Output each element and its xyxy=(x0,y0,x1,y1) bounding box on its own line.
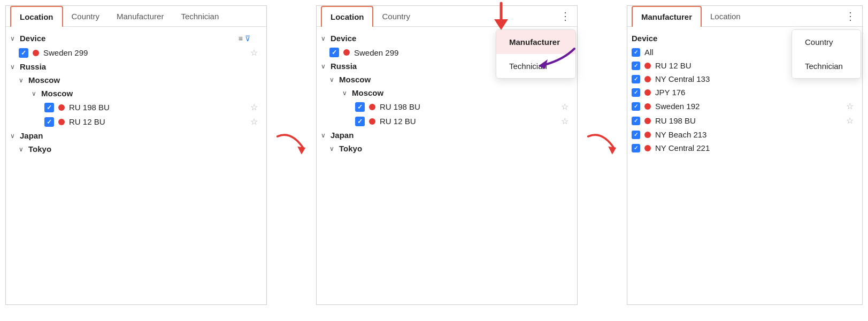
list-item: ∨ Japan xyxy=(6,129,266,142)
checkbox-nybeach213[interactable] xyxy=(632,131,640,139)
star-icon[interactable]: ☆ xyxy=(846,101,858,111)
tree-1: ∨ Device ≡ ⊽ ☆ Sweden 299 ☆ ∨ Russia ∨ xyxy=(6,27,266,304)
dot-red xyxy=(644,76,651,82)
checkbox-jpy176[interactable] xyxy=(632,88,640,97)
more-button-2[interactable]: ⋮ xyxy=(558,9,573,24)
checkbox-ru198[interactable] xyxy=(44,103,54,112)
chevron-icon: ∨ xyxy=(321,132,331,139)
panel-1: Location Country Manufacturer Technician… xyxy=(5,5,267,305)
device-label: Device xyxy=(20,34,236,43)
list-item[interactable]: RU 198 BU ☆ xyxy=(317,100,577,114)
item-label: RU 12 BU xyxy=(380,117,561,126)
list-icon[interactable]: ≡ xyxy=(239,34,243,43)
list-item[interactable]: Sweden 192 ☆ xyxy=(627,99,862,113)
list-item[interactable]: NY Beach 213 xyxy=(627,128,862,141)
group-label: Moscow xyxy=(28,75,262,85)
group-label: Moscow xyxy=(41,89,262,98)
list-item: ∨ Russia xyxy=(6,60,266,73)
dot-red xyxy=(369,118,375,125)
dropdown-item-technician-3[interactable]: Technician xyxy=(792,54,861,78)
chevron-icon: ∨ xyxy=(10,63,20,71)
item-label: NY Beach 213 xyxy=(655,130,858,139)
checkbox-all[interactable] xyxy=(632,48,640,57)
chevron-icon: ∨ xyxy=(342,89,352,97)
group-label: Russia xyxy=(20,62,262,71)
list-item[interactable]: NY Central 221 xyxy=(627,141,862,155)
dot-red xyxy=(644,103,651,110)
svg-marker-0 xyxy=(297,147,305,155)
chevron-icon: ∨ xyxy=(10,132,20,140)
dot-red xyxy=(58,119,65,125)
tab-bar-3: Manufacturer Location ⋮ xyxy=(627,6,862,27)
group-label: Tokyo xyxy=(28,144,262,154)
checkbox-nycentral133[interactable] xyxy=(632,75,640,83)
item-label: JPY 176 xyxy=(655,88,858,97)
dot-red xyxy=(343,49,350,56)
panel-2: Location Country ⋮ Manufacturer Technici… xyxy=(316,5,578,305)
list-item: ∨ Moscow xyxy=(317,86,577,100)
star-icon[interactable]: ☆ xyxy=(561,102,573,112)
chevron-icon: ∨ xyxy=(329,76,339,83)
list-item: ∨ Tokyo xyxy=(317,142,577,155)
list-item[interactable]: RU 198 BU ☆ xyxy=(6,100,266,114)
filter-icon[interactable]: ⊽ xyxy=(245,34,250,43)
dot-red xyxy=(644,89,651,96)
checkbox-sweden299-1[interactable] xyxy=(19,48,28,58)
tab-bar-2: Location Country ⋮ xyxy=(317,6,577,27)
svg-marker-3 xyxy=(608,147,616,155)
item-label: RU 198 BU xyxy=(655,116,846,125)
dot-red xyxy=(644,63,651,69)
tab-location-2[interactable]: Location xyxy=(321,6,374,27)
list-item[interactable]: RU 12 BU ☆ xyxy=(317,114,577,128)
chevron-icon: ∨ xyxy=(329,145,339,152)
star-icon[interactable]: ☆ xyxy=(250,117,262,127)
list-item[interactable]: Sweden 299 ☆ xyxy=(6,45,266,60)
star-icon[interactable]: ☆ xyxy=(250,102,262,112)
chevron-icon: ∨ xyxy=(19,77,28,84)
checkbox-nycentral221[interactable] xyxy=(632,144,640,152)
star-icon[interactable]: ☆ xyxy=(250,48,262,58)
group-label: Japan xyxy=(20,131,262,140)
more-button-3[interactable]: ⋮ xyxy=(843,9,858,24)
checkbox-ru12-2[interactable] xyxy=(355,117,365,126)
dropdown-item-technician[interactable]: Technician xyxy=(496,54,575,78)
checkbox-sweden299-2[interactable] xyxy=(329,48,339,57)
group-label: Japan xyxy=(331,131,573,140)
checkbox-ru12-3[interactable] xyxy=(632,62,640,70)
item-label: Sweden 192 xyxy=(655,102,846,111)
tab-technician-1[interactable]: Technician xyxy=(172,6,227,26)
checkbox-ru198-3[interactable] xyxy=(632,117,640,125)
chevron-icon: ∨ xyxy=(19,146,28,153)
list-item: ∨ Moscow xyxy=(6,87,266,100)
list-item: ∨ Tokyo xyxy=(6,142,266,156)
device-header-1: ∨ Device ≡ ⊽ ☆ xyxy=(6,31,266,45)
tab-manufacturer-3[interactable]: Manufacturer xyxy=(632,6,702,27)
tab-location-1[interactable]: Location xyxy=(10,6,63,27)
dropdown-item-country[interactable]: Country xyxy=(792,30,861,54)
chevron-icon: ∨ xyxy=(10,35,20,42)
list-item[interactable]: RU 198 BU ☆ xyxy=(627,113,862,128)
tab-country-1[interactable]: Country xyxy=(63,6,109,26)
checkbox-ru12[interactable] xyxy=(44,117,54,127)
item-label: RU 12 BU xyxy=(69,117,250,126)
star-icon[interactable]: ☆ xyxy=(846,116,858,126)
dot-red xyxy=(644,145,651,151)
tab-manufacturer-1[interactable]: Manufacturer xyxy=(108,6,172,26)
tab-country-2[interactable]: Country xyxy=(373,6,419,26)
item-label: RU 198 BU xyxy=(69,103,250,112)
tab-location-3[interactable]: Location xyxy=(702,6,749,26)
checkbox-sweden192[interactable] xyxy=(632,102,640,111)
chevron-icon: ∨ xyxy=(32,90,41,97)
list-item[interactable]: JPY 176 xyxy=(627,86,862,99)
list-item[interactable]: RU 12 BU ☆ xyxy=(6,114,266,129)
list-item: ∨ Japan xyxy=(317,128,577,142)
panel-3: Manufacturer Location ⋮ Country Technici… xyxy=(627,5,863,305)
dot-red xyxy=(58,104,65,111)
checkbox-ru198-2[interactable] xyxy=(355,102,365,112)
arrow-1 xyxy=(275,123,308,166)
tab-bar-1: Location Country Manufacturer Technician xyxy=(6,6,266,27)
group-label: Moscow xyxy=(352,88,573,97)
chevron-icon: ∨ xyxy=(321,35,331,42)
star-icon[interactable]: ☆ xyxy=(561,116,573,126)
dropdown-item-manufacturer[interactable]: Manufacturer xyxy=(496,30,575,54)
